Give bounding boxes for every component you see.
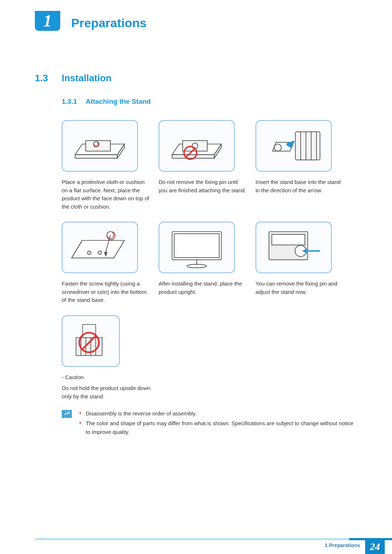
step-5-caption: After installing the stand, place the pr… (159, 280, 248, 296)
chapter-number: 1 (35, 11, 60, 31)
footer: 1 Preparations 24 (0, 538, 392, 554)
step-1-caption: Place a protective cloth or cushion on a… (62, 178, 151, 211)
chapter-tab: 1 (35, 11, 60, 31)
svg-point-24 (87, 251, 91, 255)
step-5: After installing the stand, place the pr… (159, 222, 248, 304)
step-7-caption: - Caution Do not hold the product upside… (62, 373, 151, 401)
step-2-caption: Do not remove the fixing pin until you a… (159, 178, 248, 194)
footer-label: 1 Preparations (325, 542, 360, 548)
step-1-illustration (62, 120, 138, 172)
note-item: Disassembly is the reverse order of asse… (79, 409, 356, 418)
note-item: The color and shape of parts may differ … (79, 419, 356, 436)
step-6-caption: You can remove the fixing pin and adjust… (256, 280, 344, 296)
svg-rect-44 (83, 325, 96, 338)
step-7-illustration (62, 315, 120, 367)
chapter-header: 1 Preparations (35, 0, 392, 62)
footer-page-number: 24 (365, 538, 385, 554)
subsection-title: Attaching the Stand (86, 98, 151, 106)
note-block: Disassembly is the reverse order of asse… (62, 409, 356, 438)
note-list: Disassembly is the reverse order of asse… (79, 409, 356, 438)
chapter-title: Preparations (71, 16, 147, 30)
step-grid: Place a protective cloth or cushion on a… (62, 120, 356, 401)
step-6-illustration (256, 222, 332, 273)
step-4-caption: Fasten the screw tightly (using a screwd… (62, 280, 151, 304)
step-3-illustration (256, 120, 332, 172)
step-7-caption-body: Do not hold the product upside down only… (62, 384, 151, 401)
svg-point-25 (98, 251, 102, 255)
page: 1 Preparations 1.3 Installation 1.3.1 At… (0, 0, 392, 554)
section-number: 1.3 (35, 73, 62, 84)
svg-rect-34 (272, 234, 305, 245)
note-icon (62, 410, 72, 418)
section-title: Installation (62, 73, 111, 84)
svg-marker-22 (72, 241, 124, 258)
step-2-illustration (159, 120, 235, 172)
svg-point-26 (107, 231, 114, 238)
svg-marker-1 (75, 155, 117, 158)
step-7: - Caution Do not hold the product upside… (62, 315, 151, 401)
step-3-caption: Insert the stand base into the stand in … (256, 178, 344, 194)
step-4: Fasten the screw tightly (using a screwd… (62, 222, 151, 304)
step-3: Insert the stand base into the stand in … (256, 120, 344, 211)
step-2: Do not remove the fixing pin until you a… (159, 120, 248, 211)
svg-rect-30 (174, 234, 219, 258)
step-5-illustration (159, 222, 235, 273)
subsection-heading: 1.3.1 Attaching the Stand (62, 98, 392, 106)
step-1: Place a protective cloth or cushion on a… (62, 120, 151, 211)
step-7-caption-prefix: - Caution (62, 373, 151, 382)
svg-marker-7 (172, 155, 214, 158)
section-heading: 1.3 Installation (35, 73, 392, 84)
footer-rail (35, 538, 392, 540)
subsection-number: 1.3.1 (62, 98, 86, 106)
content: Place a protective cloth or cushion on a… (62, 120, 356, 438)
step-4-illustration (62, 222, 138, 273)
step-6: You can remove the fixing pin and adjust… (256, 222, 344, 304)
